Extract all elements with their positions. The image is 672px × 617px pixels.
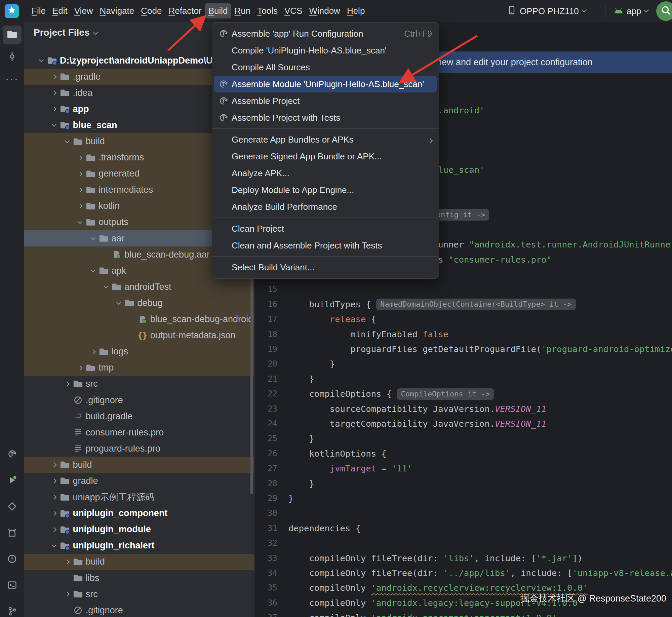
build-menu-item-clean-and-assemble-project-with-tests[interactable]: Clean and Assemble Project with Tests xyxy=(212,237,439,254)
chevron-right-icon[interactable] xyxy=(48,512,60,515)
rail-more-button[interactable]: ··· xyxy=(3,70,22,89)
menu-code[interactable]: Code xyxy=(137,3,165,18)
tree-item-label: src xyxy=(86,589,98,600)
build-menu-item-assemble-project[interactable]: Assemble Project xyxy=(212,92,439,109)
menu-build[interactable]: Build xyxy=(205,3,231,18)
rail-problems-button[interactable] xyxy=(3,550,22,569)
build-menu-item-select-build-variant[interactable]: Select Build Variant... xyxy=(212,259,439,276)
chevron-right-icon[interactable] xyxy=(74,366,86,370)
chevron-right-icon[interactable] xyxy=(74,188,86,192)
folder-module-icon xyxy=(60,104,70,114)
menu-navigate[interactable]: Navigate xyxy=(96,3,138,18)
code-line-20: 20 } xyxy=(255,356,672,371)
tree-item-gitignore[interactable]: .gitignore xyxy=(24,602,254,617)
tree-item-tmp[interactable]: tmp xyxy=(24,360,254,376)
build-menu-item-assemble-module-uniplugin-hello-as-blue-scan[interactable]: Assemble Module 'UniPlugin-Hello-AS.blue… xyxy=(214,76,437,92)
folder-icon xyxy=(60,460,70,469)
tree-item-gitignore[interactable]: .gitignore xyxy=(24,392,254,408)
chevron-right-icon[interactable] xyxy=(48,463,60,466)
chevron-down-icon[interactable] xyxy=(87,237,99,239)
device-selector[interactable]: OPPO PHZ110 xyxy=(507,0,586,22)
chevron-right-icon[interactable] xyxy=(74,204,86,208)
build-menu-item-compile-uniplugin-hello-as-blue-scan[interactable]: Compile 'UniPlugin-Hello-AS.blue_scan' xyxy=(212,42,439,59)
chevron-right-icon[interactable] xyxy=(48,91,60,94)
tree-item-build[interactable]: build xyxy=(24,554,254,570)
rail-profiler-button[interactable] xyxy=(3,498,22,516)
rail-logcat-button[interactable] xyxy=(3,524,22,543)
chevron-right-icon[interactable] xyxy=(48,479,60,483)
chevron-right-icon[interactable] xyxy=(62,382,73,386)
chevron-right-icon[interactable] xyxy=(87,350,99,353)
menu-edit[interactable]: Edit xyxy=(49,3,71,18)
build-menu-item-compile-all-sources[interactable]: Compile All Sources xyxy=(212,59,439,76)
chevron-down-icon[interactable] xyxy=(113,302,124,304)
chevron-right-icon[interactable] xyxy=(74,156,86,159)
menu-view[interactable]: View xyxy=(71,3,96,18)
folder-module-icon xyxy=(60,525,70,534)
tree-item-debug[interactable]: debug xyxy=(24,295,254,311)
menu-file[interactable]: File xyxy=(28,3,49,18)
build-menu-item-generate-signed-app-bundle-or-apk[interactable]: Generate Signed App Bundle or APK... xyxy=(212,148,439,165)
tree-item-logs[interactable]: logs xyxy=(24,344,254,360)
archive-icon xyxy=(112,250,122,259)
line-number: 31 xyxy=(255,521,288,536)
menu-help[interactable]: Help xyxy=(344,3,368,18)
menu-window[interactable]: Window xyxy=(306,3,343,18)
rail-git-branch-button[interactable] xyxy=(3,603,22,617)
tree-item-output-metadata-json[interactable]: {}output-metadata.json xyxy=(24,327,254,344)
tree-item-build[interactable]: build xyxy=(24,457,254,473)
chevron-down-icon[interactable] xyxy=(62,141,73,143)
chevron-right-icon[interactable] xyxy=(62,560,73,564)
chevron-down-icon[interactable] xyxy=(36,60,47,62)
chevron-down-icon[interactable] xyxy=(48,124,60,126)
chevron-right-icon[interactable] xyxy=(48,528,60,531)
run-configuration-selector[interactable]: app xyxy=(614,0,648,22)
tree-item-uniplugin-module[interactable]: uniplugin_module xyxy=(24,522,254,538)
chevron-down-icon[interactable] xyxy=(100,286,112,288)
build-menu-item-analyze-apk[interactable]: Analyze APK... xyxy=(212,165,439,182)
tree-item-proguard-rules-pro[interactable]: proguard-rules.pro xyxy=(24,440,254,457)
build-menu-item-assemble-app-run-configuration[interactable]: Assemble 'app' Run ConfigurationCtrl+F9 xyxy=(212,25,439,42)
chevron-right-icon[interactable] xyxy=(74,172,86,176)
search-button[interactable] xyxy=(656,1,672,21)
menu-item-label: Clean and Assemble Project with Tests xyxy=(232,240,382,251)
menu-refactor[interactable]: Refactor xyxy=(165,3,205,18)
tree-item-uniplugin-richalert[interactable]: uniplugin_richalert xyxy=(24,538,254,554)
rail-terminal-button[interactable] xyxy=(3,576,22,595)
chevron-right-icon[interactable] xyxy=(48,496,60,499)
rail-project-folder-button[interactable] xyxy=(3,26,22,44)
menu-vcs[interactable]: VCS xyxy=(281,3,306,18)
build-menu-item-clean-project[interactable]: Clean Project xyxy=(212,220,439,237)
chevron-down-icon[interactable] xyxy=(74,221,86,223)
terminal-icon xyxy=(7,580,17,591)
tree-item-uniplugin-component[interactable]: uniplugin_component xyxy=(24,505,254,522)
tree-item-label: kotlin xyxy=(98,201,120,211)
build-menu-item-analyze-build-performance[interactable]: Analyze Build Performance xyxy=(212,198,439,215)
project-tree-scrollbar[interactable] xyxy=(250,266,253,494)
chevron-down-icon[interactable] xyxy=(87,270,99,272)
tree-item-build-gradle[interactable]: build.gradle xyxy=(24,408,254,424)
rail-top-group: ··· xyxy=(0,26,24,89)
tree-item-androidtest[interactable]: androidTest xyxy=(24,279,254,295)
rail-commit-button[interactable] xyxy=(3,48,22,67)
tree-item-blue-scan-debug-androidte[interactable]: blue_scan-debug-androidTe xyxy=(24,311,254,327)
chevron-right-icon[interactable] xyxy=(62,592,73,596)
chevron-right-icon[interactable] xyxy=(48,75,60,78)
tree-item-libs[interactable]: libs xyxy=(24,570,254,586)
tree-item-uniapp[interactable]: uniapp示例工程源码 xyxy=(24,489,254,505)
menu-tools[interactable]: Tools xyxy=(254,3,281,18)
code-line-17: 17 release { xyxy=(255,312,672,326)
line-number: 20 xyxy=(255,356,288,371)
tree-item-src[interactable]: src xyxy=(24,376,254,392)
chevron-right-icon[interactable] xyxy=(48,107,60,111)
chevron-down-icon[interactable] xyxy=(48,545,60,547)
tree-item-src[interactable]: src xyxy=(24,586,254,602)
tree-item-consumer-rules-pro[interactable]: consumer-rules.pro xyxy=(24,424,254,440)
build-menu-item-generate-app-bundles-or-apks[interactable]: Generate App Bundles or APKs xyxy=(212,131,439,148)
menu-run[interactable]: Run xyxy=(231,3,254,18)
rail-run-tool-button[interactable] xyxy=(3,471,22,490)
tree-item-gradle[interactable]: gradle xyxy=(24,473,254,489)
build-menu-item-assemble-project-with-tests[interactable]: Assemble Project with Tests xyxy=(212,109,439,126)
build-menu-item-deploy-module-to-app-engine[interactable]: Deploy Module to App Engine... xyxy=(212,182,439,198)
rail-build-tool-button[interactable] xyxy=(3,445,22,464)
